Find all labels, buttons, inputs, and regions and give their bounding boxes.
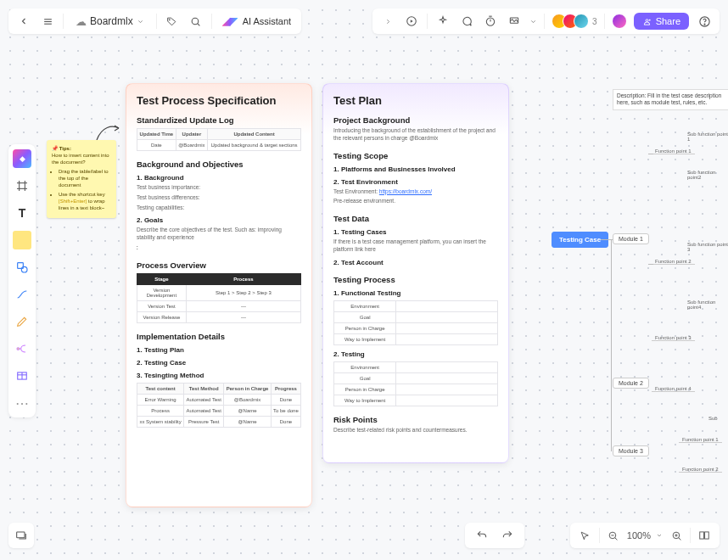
- env-link[interactable]: https://boardmix.com/: [379, 188, 432, 194]
- divider: [544, 14, 545, 29]
- divider: [156, 14, 157, 29]
- menu-button[interactable]: [39, 13, 56, 30]
- search-button[interactable]: [188, 13, 204, 30]
- update-log-table: Updated TimeUpdaterUpdated Content Date@…: [137, 128, 301, 151]
- svg-point-13: [704, 24, 705, 25]
- ai-label: AI Assistant: [243, 16, 291, 26]
- board-title[interactable]: ☁︎ Boardmlx: [70, 15, 149, 28]
- tag-button[interactable]: [164, 13, 181, 30]
- redo-button[interactable]: [499, 527, 516, 544]
- svg-rect-32: [700, 532, 704, 539]
- shape-tool[interactable]: [13, 258, 31, 277]
- sticky-note[interactable]: 📌 Tips: How to insert content into the d…: [47, 140, 116, 218]
- sticky-bullet: Drag the table/label to the top of the d…: [59, 168, 111, 188]
- zoom-in-button[interactable]: [668, 527, 685, 544]
- mm-label: Sub function point 1: [687, 132, 728, 142]
- subheading: 2. Testing: [333, 350, 498, 358]
- subheading: 1. Background: [137, 174, 301, 182]
- doc-test-process-spec[interactable]: Test Process Specification Standardized …: [126, 83, 312, 507]
- expand-button[interactable]: [379, 13, 396, 30]
- presentation-button[interactable]: [506, 13, 523, 30]
- topbar-right: 3 Share: [372, 8, 720, 34]
- sticky-title: 📌 Tips:: [52, 145, 111, 152]
- table-tool[interactable]: [13, 367, 31, 385]
- svg-point-19: [21, 266, 27, 272]
- cloud-icon: ☁︎: [76, 15, 87, 28]
- pen-tool[interactable]: [13, 312, 31, 331]
- zoom-value: 100%: [627, 530, 651, 540]
- svg-point-20: [17, 348, 20, 350]
- share-label: Share: [656, 16, 680, 26]
- logo-icon[interactable]: ◆: [13, 149, 31, 168]
- help-button[interactable]: [696, 13, 713, 30]
- section-heading: Testing Process: [333, 275, 498, 284]
- card-title: Test Plan: [333, 94, 498, 107]
- subheading: 2. Test Environment: [333, 178, 498, 186]
- divider: [211, 14, 212, 29]
- subheading: 1. Functional Testing: [333, 289, 498, 297]
- subheading: 2. Goals: [137, 216, 301, 224]
- subheading: 1. Testing Cases: [333, 228, 498, 236]
- mm-label: Function point 1: [652, 148, 695, 154]
- frame-tool[interactable]: [13, 176, 31, 195]
- doc-test-plan[interactable]: Test Plan Project Background Introducing…: [322, 83, 509, 463]
- comment-button[interactable]: [458, 13, 475, 30]
- connector-tool[interactable]: [13, 285, 31, 304]
- divider: [604, 14, 605, 29]
- mm-label: Sub function point2: [687, 170, 728, 180]
- board-name: Boardmlx: [90, 15, 133, 27]
- timer-button[interactable]: [482, 13, 499, 30]
- sparkle-button[interactable]: [434, 13, 451, 30]
- minimap-button[interactable]: [696, 527, 713, 544]
- testing-table: Environment Goal Person in Charge Way to…: [333, 361, 498, 406]
- history-bar: [465, 523, 524, 548]
- mm-label: Sub: [708, 416, 718, 421]
- current-user-avatar[interactable]: [612, 14, 627, 29]
- sticky-tool[interactable]: [13, 231, 31, 249]
- svg-line-31: [678, 537, 680, 540]
- svg-point-4: [192, 18, 199, 25]
- collaborators[interactable]: 3: [552, 14, 597, 29]
- mindmap-testing-case[interactable]: Description: Fill in the test case descr…: [543, 81, 728, 488]
- section-heading: Risk Points: [333, 415, 498, 424]
- pointer-tool[interactable]: [577, 527, 594, 544]
- share-button[interactable]: Share: [634, 13, 689, 30]
- mm-label: Function point 3: [652, 335, 695, 341]
- section-heading: Project Background: [333, 115, 498, 125]
- subheading: 1. Testing Plan: [137, 346, 301, 354]
- mm-node[interactable]: Module 2: [613, 378, 649, 389]
- chevron-down-icon: [529, 18, 537, 25]
- divider: [63, 14, 64, 29]
- divider: [427, 14, 428, 29]
- mm-label: Function point 2: [652, 259, 695, 265]
- zoom-out-button[interactable]: [605, 527, 622, 544]
- subheading: 1. Platforms and Businesses Involved: [333, 165, 498, 173]
- mm-node[interactable]: Module 3: [613, 445, 649, 456]
- process-overview-table: StageProcess Version DevelopmentStep 1 >…: [137, 273, 301, 323]
- text-tool[interactable]: T: [13, 204, 31, 222]
- mm-label: Function point 2: [679, 467, 722, 473]
- play-button[interactable]: [403, 13, 420, 30]
- functional-testing-table: Environment Goal Person in Charge Way to…: [333, 300, 498, 345]
- mm-label: Sub function point4: [687, 300, 728, 310]
- svg-point-3: [169, 19, 170, 20]
- layers-button[interactable]: [8, 523, 34, 548]
- sticky-intro: How to insert content into the document?: [52, 152, 111, 165]
- side-toolbar: ◆ T ⋯: [8, 144, 36, 417]
- ai-assistant-button[interactable]: ◢◤ AI Assistant: [219, 15, 294, 27]
- chevron-down-icon: [656, 532, 663, 539]
- svg-rect-24: [17, 532, 25, 538]
- share-icon: [642, 17, 652, 26]
- card-title: Test Process Specification: [137, 94, 301, 107]
- sticky-bullet: Use the shortcut key [Shift+Enter] to wr…: [59, 191, 111, 211]
- section-heading: Background and Objectives: [137, 160, 301, 169]
- more-tools[interactable]: ⋯: [13, 394, 31, 412]
- back-button[interactable]: [15, 13, 32, 30]
- undo-button[interactable]: [473, 527, 490, 544]
- zoom-level[interactable]: 100%: [627, 530, 663, 540]
- chevron-down-icon: [137, 18, 144, 25]
- mindmap-tool[interactable]: [13, 339, 31, 358]
- section-heading: Implementation Details: [137, 332, 301, 341]
- section-heading: Testing Scope: [333, 151, 498, 160]
- mm-node[interactable]: Module 1: [613, 233, 649, 244]
